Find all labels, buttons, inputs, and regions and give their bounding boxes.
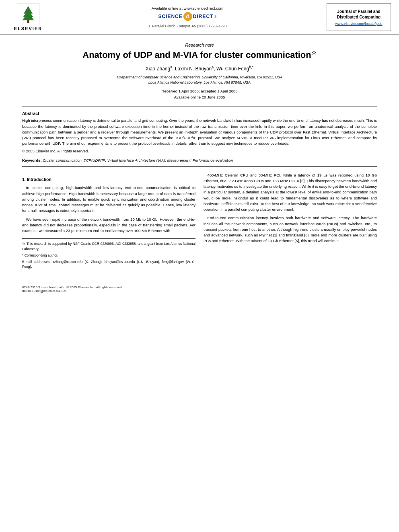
abstract-section: Abstract High interprocess communication…: [22, 111, 377, 153]
col-left: 1. Introduction In cluster computing, hi…: [22, 173, 195, 271]
affil2: bLos Alamos National Laboratory, Los Ala…: [22, 80, 377, 86]
available-online-text: Available online at www.sciencedirect.co…: [152, 6, 223, 10]
received-date: Received 1 April 2005; accepted 1 April …: [22, 88, 377, 94]
reg-symbol: ®: [214, 15, 216, 18]
footnote-email: E-mail addresses: xzhang@cs.ucr.edu (X. …: [22, 259, 195, 270]
copyright-text: © 2005 Elsevier Inc. All rights reserved…: [22, 149, 377, 153]
paper-title-text: Anatomy of UDP and M-VIA for cluster com…: [82, 50, 311, 60]
authors-line: Xiao Zhanga, Laxmi N. Bhuyana, Wu-Chun F…: [22, 65, 377, 72]
elsevier-logo: ELSEVIER: [14, 3, 42, 31]
footnote-area: ☆ This research is supported by NSF Gran…: [22, 238, 195, 269]
two-column-body: 1. Introduction In cluster computing, hi…: [22, 173, 377, 271]
keywords-label: Keywords:: [22, 158, 42, 162]
footnote-corr: * Corresponding author.: [22, 253, 195, 258]
author3: , Wu-Chun Feng: [214, 66, 249, 72]
footnote-star: ☆ This research is supported by NSF Gran…: [22, 241, 195, 252]
journal-citation: J. Parallel Distrib. Comput. 65 (2005) 1…: [148, 24, 226, 28]
journal-title-text: Journal of Parallel and Distributed Comp…: [330, 9, 387, 20]
available-date: Available online 20 June 2005: [22, 94, 377, 100]
author1: Xiao Zhang: [146, 66, 170, 72]
section1-heading: 1. Introduction: [22, 177, 195, 183]
abstract-text: High interprocess communication latency …: [22, 118, 377, 146]
page: ELSEVIER Available online at www.science…: [0, 0, 399, 532]
title-star: ☆: [311, 49, 317, 56]
elsevier-label: ELSEVIER: [14, 26, 42, 31]
col2-para2: End-to-end communication latency involve…: [204, 215, 377, 244]
header-center: Available online at www.sciencedirect.co…: [52, 3, 323, 31]
section-label: Research note: [22, 43, 377, 47]
footer-issn: 0743-7315/$ - see front matter © 2005 El…: [22, 286, 377, 289]
author2: , Laxmi N. Bhuyan: [172, 66, 212, 72]
col2-para1: 400-MHz Celeron CPU and 33-MHz PCI, whil…: [204, 173, 377, 213]
main-content: Research note Anatomy of UDP and M-VIA f…: [0, 35, 399, 283]
section1-para1: In cluster computing, high-bandwidth and…: [22, 185, 195, 214]
footer: 0743-7315/$ - see front matter © 2005 El…: [0, 283, 399, 293]
section1-para2: We have seen rapid increase of the netwo…: [22, 217, 195, 234]
elsevier-logo-container: ELSEVIER: [8, 3, 48, 31]
footer-doi: doi:10.1016/j.jpdc.2005.04.009: [22, 289, 377, 293]
paper-title: Anatomy of UDP and M-VIA for cluster com…: [22, 49, 377, 61]
direct-text: DIRECT: [193, 14, 214, 19]
journal-link: www.elsevier.com/locate/jpdc: [335, 22, 382, 26]
keywords-text: Cluster communication; TCP/UDP/IP; Virtu…: [43, 158, 233, 162]
affiliations: aDepartment of Computer Science and Engi…: [22, 75, 377, 86]
divider-bottom: [22, 166, 377, 167]
sd-circle-icon: d: [183, 12, 192, 21]
col-right: 400-MHz Celeron CPU and 33-MHz PCI, whil…: [204, 173, 377, 271]
elsevier-tree-icon: [16, 3, 40, 25]
divider-top: [22, 107, 377, 107]
keywords-line: Keywords: Cluster communication; TCP/UDP…: [22, 158, 377, 162]
header: ELSEVIER Available online at www.science…: [0, 0, 399, 35]
author3-sup: b,*: [249, 65, 253, 69]
dates: Received 1 April 2005; accepted 1 April …: [22, 88, 377, 100]
science-direct-logo: SCIENCE d DIRECT ®: [158, 12, 216, 21]
science-text: SCIENCE: [158, 14, 182, 19]
abstract-title: Abstract: [22, 111, 377, 116]
affil1: aDepartment of Computer Science and Engi…: [22, 75, 377, 80]
journal-title-box: Journal of Parallel and Distributed Comp…: [327, 3, 391, 31]
